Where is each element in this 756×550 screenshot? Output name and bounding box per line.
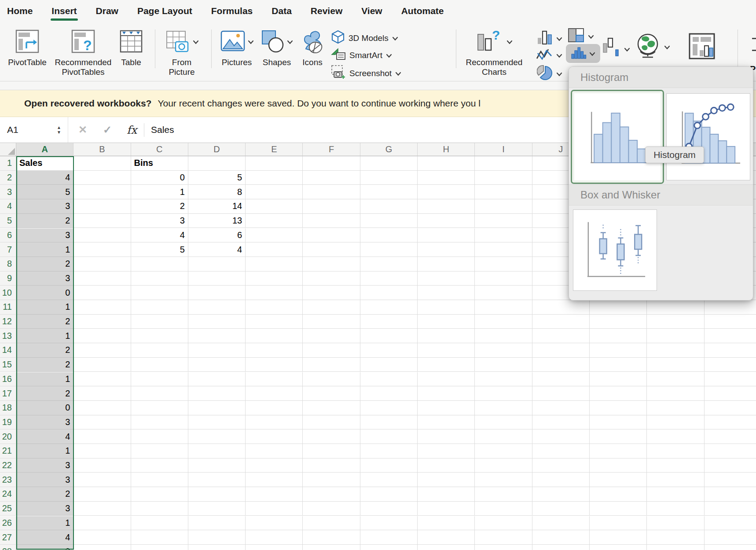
cell-C22[interactable] (131, 458, 188, 473)
row-header-25[interactable]: 25 (0, 502, 16, 516)
cell-A9[interactable]: 3 (16, 271, 73, 286)
cell-F20[interactable] (303, 429, 360, 444)
cell-L16[interactable] (647, 372, 704, 387)
cell-D3[interactable]: 8 (188, 185, 246, 199)
cell-M23[interactable] (705, 473, 756, 487)
row-header-1[interactable]: 1 (0, 156, 16, 171)
cell-J13[interactable] (532, 329, 590, 343)
cell-E6[interactable] (246, 228, 303, 243)
cell-G8[interactable] (360, 257, 418, 271)
cell-I23[interactable] (475, 473, 532, 487)
cell-M19[interactable] (705, 415, 756, 430)
cell-D11[interactable] (188, 300, 246, 315)
cell-G18[interactable] (360, 401, 418, 415)
cell-H21[interactable] (418, 444, 475, 458)
row-header-7[interactable]: 7 (0, 242, 16, 257)
cell-K21[interactable] (590, 444, 647, 458)
cell-H16[interactable] (418, 372, 475, 387)
cell-D10[interactable] (188, 286, 246, 300)
cell-G15[interactable] (360, 358, 418, 372)
cell-H9[interactable] (418, 271, 475, 286)
cell-B12[interactable] (73, 315, 131, 329)
cell-J20[interactable] (532, 429, 590, 444)
cell-C25[interactable] (131, 502, 188, 516)
cell-M22[interactable] (705, 458, 756, 473)
cell-E27[interactable] (246, 530, 303, 545)
row-header-23[interactable]: 23 (0, 473, 16, 487)
formula-input[interactable]: Sales (151, 117, 174, 143)
cell-I27[interactable] (475, 530, 532, 545)
cell-A7[interactable]: 1 (16, 242, 73, 257)
cell-A25[interactable]: 3 (16, 502, 73, 516)
column-header-E[interactable]: E (246, 143, 303, 156)
cell-H25[interactable] (418, 502, 475, 516)
maps-chart-button[interactable] (635, 32, 670, 62)
cell-H2[interactable] (418, 171, 475, 185)
cell-F8[interactable] (303, 257, 360, 271)
cell-I16[interactable] (475, 372, 532, 387)
cell-D13[interactable] (188, 329, 246, 343)
cell-G19[interactable] (360, 415, 418, 430)
cell-F9[interactable] (303, 271, 360, 286)
cell-I21[interactable] (475, 444, 532, 458)
cell-M16[interactable] (705, 372, 756, 387)
row-header-9[interactable]: 9 (0, 271, 16, 286)
cell-K28[interactable] (590, 545, 647, 550)
column-header-D[interactable]: D (188, 143, 246, 156)
cell-A21[interactable]: 1 (16, 444, 73, 458)
cell-M14[interactable] (705, 343, 756, 358)
cell-I1[interactable] (475, 156, 532, 171)
cell-F27[interactable] (303, 530, 360, 545)
cell-D24[interactable] (188, 487, 246, 502)
cell-F6[interactable] (303, 228, 360, 243)
cell-J26[interactable] (532, 516, 590, 531)
cell-I13[interactable] (475, 329, 532, 343)
cell-F4[interactable] (303, 199, 360, 214)
cell-F10[interactable] (303, 286, 360, 300)
cell-I9[interactable] (475, 271, 532, 286)
cell-A28[interactable]: 3 (16, 545, 73, 550)
cell-G16[interactable] (360, 372, 418, 387)
cell-C13[interactable] (131, 329, 188, 343)
cell-A17[interactable]: 2 (16, 386, 73, 401)
cell-C6[interactable]: 4 (131, 228, 188, 243)
cell-A10[interactable]: 0 (16, 286, 73, 300)
cell-C15[interactable] (131, 358, 188, 372)
cell-J19[interactable] (532, 415, 590, 430)
cell-A3[interactable]: 5 (16, 185, 73, 199)
cell-C8[interactable] (131, 257, 188, 271)
pareto-chart-option[interactable] (666, 93, 750, 180)
row-header-20[interactable]: 20 (0, 429, 16, 444)
cell-H28[interactable] (418, 545, 475, 550)
cell-B4[interactable] (73, 199, 131, 214)
cell-E17[interactable] (246, 386, 303, 401)
cell-C27[interactable] (131, 530, 188, 545)
row-header-19[interactable]: 19 (0, 415, 16, 430)
cell-G12[interactable] (360, 315, 418, 329)
pivotchart-button[interactable] (688, 32, 716, 62)
cell-F28[interactable] (303, 545, 360, 550)
cell-G3[interactable] (360, 185, 418, 199)
cell-E2[interactable] (246, 171, 303, 185)
cell-M12[interactable] (705, 315, 756, 329)
table-button[interactable]: Table (114, 28, 148, 67)
cell-G14[interactable] (360, 343, 418, 358)
cell-H17[interactable] (418, 386, 475, 401)
cell-L22[interactable] (647, 458, 704, 473)
cell-M26[interactable] (705, 516, 756, 531)
cell-J24[interactable] (532, 487, 590, 502)
tab-data[interactable]: Data (272, 6, 292, 16)
cell-G17[interactable] (360, 386, 418, 401)
cell-D9[interactable] (188, 271, 246, 286)
tab-page-layout[interactable]: Page Layout (137, 6, 192, 16)
cell-H20[interactable] (418, 429, 475, 444)
cell-E4[interactable] (246, 199, 303, 214)
cell-L13[interactable] (647, 329, 704, 343)
recommended-pivottables-button[interactable]: ? Recommended PivotTables (52, 28, 114, 77)
cell-E3[interactable] (246, 185, 303, 199)
cell-F18[interactable] (303, 401, 360, 415)
cell-L26[interactable] (647, 516, 704, 531)
cell-M17[interactable] (705, 386, 756, 401)
cell-H6[interactable] (418, 228, 475, 243)
cell-B26[interactable] (73, 516, 131, 531)
